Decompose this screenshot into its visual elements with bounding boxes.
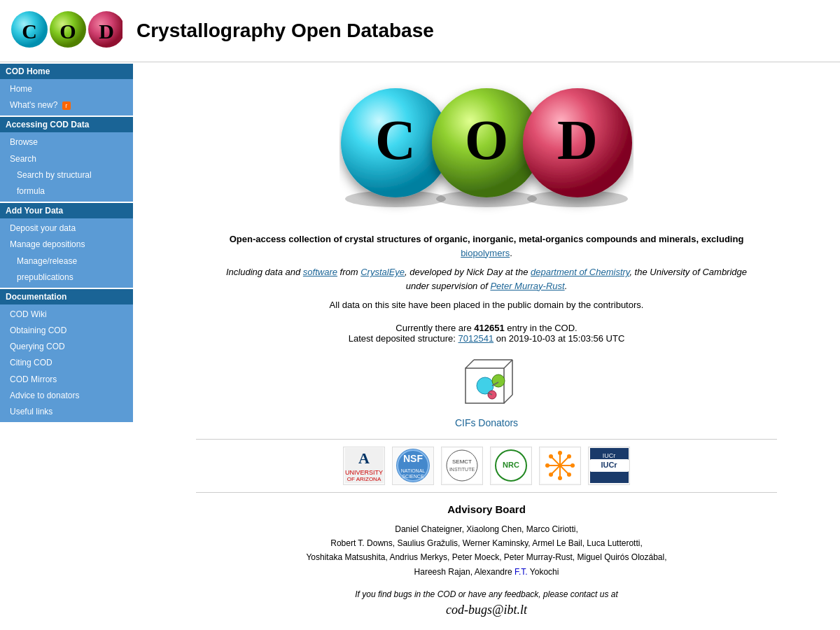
dept-link[interactable]: department of Chemistry xyxy=(531,267,629,277)
svg-text:C: C xyxy=(375,109,416,171)
svg-text:O: O xyxy=(465,109,508,171)
sidebar-item-formula[interactable]: formula xyxy=(0,183,133,200)
feedback-section: If you find bugs in the COD or have any … xyxy=(276,589,696,617)
svg-line-17 xyxy=(504,360,512,368)
svg-text:NSF: NSF xyxy=(403,453,423,464)
svg-point-48 xyxy=(558,476,562,480)
description-bold-text: Open-access collection of crystal struct… xyxy=(230,234,744,244)
main-content: C O D Open-access collection of crystal … xyxy=(133,62,840,630)
feedback-text: If you find bugs in the COD or have any … xyxy=(276,589,696,599)
sidebar-item-cod-wiki[interactable]: COD Wiki xyxy=(0,307,133,323)
svg-point-51 xyxy=(549,454,553,458)
svg-text:D: D xyxy=(99,20,114,43)
sidebar-item-useful-links[interactable]: Useful links xyxy=(0,404,133,420)
main-description: Open-access collection of crystal struct… xyxy=(220,232,752,260)
svg-text:NATIONAL: NATIONAL xyxy=(400,468,425,473)
sidebar-documentation-links: COD Wiki Obtaining COD Querying COD Citi… xyxy=(0,304,133,422)
sidebar-item-browse[interactable]: Browse xyxy=(0,134,133,150)
sidebar: COD Home Home What's new? r Accessing CO… xyxy=(0,62,133,630)
entry-count: 412651 xyxy=(474,323,504,333)
divider-2 xyxy=(196,492,777,493)
svg-rect-35 xyxy=(443,448,482,483)
advisory-board-members: Daniel Chateigner, Xiaolong Chen, Marco … xyxy=(241,522,732,580)
description-period: . xyxy=(510,248,512,258)
sidebar-item-home[interactable]: Home xyxy=(0,81,133,97)
stats-section: Currently there are 412651 entry in the … xyxy=(154,323,819,344)
entry-count-prefix: Currently there are xyxy=(396,323,471,333)
sidebar-item-deposit[interactable]: Deposit your data xyxy=(0,220,133,237)
biopolymers-link[interactable]: biopolymers xyxy=(461,248,510,258)
svg-text:SCIENCE: SCIENCE xyxy=(402,474,424,479)
svg-rect-58 xyxy=(590,472,629,483)
crystal-eye-text: Including data and software from Crystal… xyxy=(220,265,752,293)
sidebar-item-prepublications[interactable]: prepublications xyxy=(0,270,133,286)
svg-point-54 xyxy=(549,472,553,477)
sidebar-section-documentation: Documentation xyxy=(0,289,133,304)
cifs-donators-link[interactable]: CIFs Donators xyxy=(455,417,518,428)
latest-structure: Latest deposited structure: 7012541 on 2… xyxy=(154,333,819,344)
advisory-board-section: Advisory Board Daniel Chateigner, Xiaolo… xyxy=(241,503,732,580)
svg-line-20 xyxy=(504,395,512,403)
divider-1 xyxy=(196,439,777,440)
sponsor-iucr: IUCr IUCr xyxy=(588,447,630,485)
crystal-eye-link[interactable]: CrystalEye xyxy=(360,267,405,277)
rss-icon: r xyxy=(62,102,71,110)
page-header: C O D Crystallography Open Database xyxy=(0,0,840,62)
svg-text:UNIVERSITY: UNIVERSITY xyxy=(345,469,383,476)
cif-molecule-icon xyxy=(458,354,514,410)
latest-id-link[interactable]: 7012541 xyxy=(458,333,494,344)
sidebar-item-search-structural[interactable]: Search by structural xyxy=(0,167,133,183)
svg-text:IUCr: IUCr xyxy=(601,461,617,469)
main-layout: COD Home Home What's new? r Accessing CO… xyxy=(0,62,840,630)
header-logo: C O D xyxy=(10,7,122,55)
svg-point-52 xyxy=(567,472,571,477)
latest-suffix: on 2019-10-03 at 15:03:56 UTC xyxy=(496,333,625,344)
sidebar-item-querying-cod[interactable]: Querying COD xyxy=(0,339,133,355)
sponsors-section: A UNIVERSITY OF ARIZONA NSF NATIONAL SCI… xyxy=(154,447,819,485)
latest-prefix: Latest deposited structure: xyxy=(349,333,456,344)
svg-point-50 xyxy=(570,463,575,468)
sidebar-add-data-links: Deposit your data Manage depositions Man… xyxy=(0,218,133,288)
svg-point-47 xyxy=(558,451,562,455)
entry-count-text: Currently there are 412651 entry in the … xyxy=(154,323,819,333)
sponsor-flowers xyxy=(539,447,581,485)
svg-point-49 xyxy=(545,463,550,468)
peter-link[interactable]: Peter Murray-Rust xyxy=(490,281,564,291)
sponsor-arizona: A UNIVERSITY OF ARIZONA xyxy=(343,447,385,485)
svg-text:INSTITUTE: INSTITUTE xyxy=(449,467,474,472)
advisory-board-title: Advisory Board xyxy=(241,503,732,515)
sponsor-semct: SEMCT INSTITUTE xyxy=(441,447,483,485)
svg-text:NRC: NRC xyxy=(503,461,519,469)
public-domain-text: All data on this site have been placed i… xyxy=(220,298,752,312)
svg-line-16 xyxy=(465,360,474,368)
sidebar-section-cod-home: COD Home xyxy=(0,64,133,79)
sidebar-item-advice-donors[interactable]: Advice to donators xyxy=(0,388,133,404)
software-link[interactable]: software xyxy=(303,267,337,277)
page-title: Crystallography Open Database xyxy=(136,20,434,42)
sidebar-cod-home-links: Home What's new? r xyxy=(0,79,133,115)
sidebar-item-obtaining-cod[interactable]: Obtaining COD xyxy=(0,323,133,339)
sponsor-nrc: NRC xyxy=(490,447,532,485)
svg-text:O: O xyxy=(59,20,76,43)
svg-text:D: D xyxy=(557,109,598,171)
sidebar-section-accessing: Accessing COD Data xyxy=(0,117,133,132)
sponsor-nsf: NSF NATIONAL SCIENCE xyxy=(392,447,434,485)
sidebar-item-cod-mirrors[interactable]: COD Mirrors xyxy=(0,372,133,388)
svg-text:C: C xyxy=(22,20,37,43)
cifs-donators-section: CIFs Donators xyxy=(154,417,819,428)
sidebar-item-manage-depositions[interactable]: Manage depositions xyxy=(0,237,133,253)
svg-text:IUCr: IUCr xyxy=(602,452,615,459)
description-section: Open-access collection of crystal struct… xyxy=(220,232,752,312)
sidebar-section-add-data: Add Your Data xyxy=(0,203,133,218)
sidebar-accessing-links: Browse Search Search by structural formu… xyxy=(0,132,133,202)
feedback-email: cod-bugs@ibt.lt xyxy=(276,603,696,617)
cod-main-logo: C O D xyxy=(340,76,634,218)
svg-text:A: A xyxy=(358,449,370,467)
sidebar-item-whats-new[interactable]: What's new? r xyxy=(0,97,133,113)
sidebar-item-manage-release[interactable]: Manage/release xyxy=(0,253,133,270)
svg-text:SEMCT: SEMCT xyxy=(452,458,472,465)
sidebar-item-citing-cod[interactable]: Citing COD xyxy=(0,355,133,371)
svg-point-53 xyxy=(567,454,571,458)
sidebar-item-search[interactable]: Search xyxy=(0,151,133,167)
svg-text:OF ARIZONA: OF ARIZONA xyxy=(346,476,381,482)
